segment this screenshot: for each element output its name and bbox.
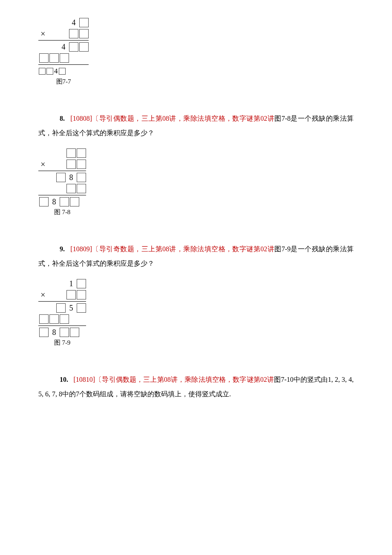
blank-box bbox=[79, 29, 89, 38]
digit-4: 4 bbox=[69, 18, 78, 27]
blank-box bbox=[39, 328, 49, 337]
blank-box bbox=[60, 314, 69, 324]
blank-box bbox=[49, 314, 59, 324]
blank-box bbox=[77, 148, 86, 158]
figure-7-8: × 8 8 图 7-8 bbox=[38, 148, 354, 216]
digit-1: 1 bbox=[66, 279, 76, 288]
digit-8: 8 bbox=[66, 173, 76, 182]
problem-number: 10. bbox=[60, 376, 68, 383]
blank-box bbox=[77, 160, 86, 169]
blank-box bbox=[69, 29, 78, 38]
blank-box bbox=[66, 160, 76, 169]
blank-box bbox=[77, 184, 86, 193]
mini-box bbox=[39, 68, 46, 75]
blank-box bbox=[66, 184, 76, 193]
blank-box bbox=[56, 173, 66, 182]
mini-box bbox=[46, 68, 53, 75]
problem-tag: [10810]〔导引偶数题，三上第08讲，乘除法填空格，数字谜第02讲 bbox=[73, 376, 274, 383]
digit-4: 4 bbox=[54, 67, 58, 76]
blank-box bbox=[77, 290, 86, 299]
blank-box bbox=[66, 290, 76, 299]
blank-box bbox=[60, 197, 69, 206]
problem-8-text: 8. [10808]〔导引偶数题，三上第08讲，乘除法填空格，数字谜第02讲图7… bbox=[38, 111, 354, 140]
mini-box bbox=[59, 68, 66, 75]
blank-box bbox=[77, 173, 86, 182]
blank-box bbox=[66, 148, 76, 158]
problem-10-text: 10. [10810]〔导引偶数题，三上第08讲，乘除法填空格，数字谜第02讲图… bbox=[38, 372, 354, 401]
blank-box bbox=[79, 18, 89, 27]
blank-box bbox=[70, 328, 79, 337]
multiply-sign: × bbox=[38, 290, 48, 300]
blank-box bbox=[77, 279, 86, 288]
page: 4 × 4 bbox=[0, 0, 392, 426]
problem-tag: [10809]〔导引奇数题，三上第08讲，乘除法填空格，数字谜第02讲 bbox=[70, 245, 274, 253]
blank-box bbox=[39, 197, 49, 206]
digit-8: 8 bbox=[49, 197, 59, 206]
digit-4: 4 bbox=[59, 42, 68, 52]
figure-caption: 图7-7 bbox=[38, 78, 89, 86]
problem-number: 8. bbox=[60, 115, 65, 122]
blank-box bbox=[49, 53, 59, 63]
blank-box bbox=[56, 303, 66, 313]
problem-number: 9. bbox=[60, 245, 65, 253]
digit-8: 8 bbox=[49, 328, 59, 337]
multiply-sign: × bbox=[38, 29, 48, 39]
blank-box bbox=[60, 53, 69, 63]
multiply-sign: × bbox=[38, 160, 48, 169]
problem-tag: [10808]〔导引偶数题，三上第08讲，乘除法填空格，数字谜第02讲 bbox=[70, 115, 274, 122]
figure-caption: 图 7-9 bbox=[38, 339, 86, 347]
blank-box bbox=[39, 314, 49, 324]
blank-box bbox=[69, 42, 78, 52]
digit-5: 5 bbox=[66, 303, 76, 313]
blank-box bbox=[77, 303, 86, 313]
blank-box bbox=[39, 53, 49, 63]
figure-7-9: 1 × 5 8 bbox=[38, 278, 354, 347]
problem-9-text: 9. [10809]〔导引奇数题，三上第08讲，乘除法填空格，数字谜第02讲图7… bbox=[38, 242, 354, 270]
blank-box bbox=[70, 197, 79, 206]
blank-box bbox=[79, 42, 89, 52]
figure-caption: 图 7-8 bbox=[38, 208, 86, 216]
blank-box bbox=[60, 328, 69, 337]
figure-7-7: 4 × 4 bbox=[38, 17, 354, 86]
